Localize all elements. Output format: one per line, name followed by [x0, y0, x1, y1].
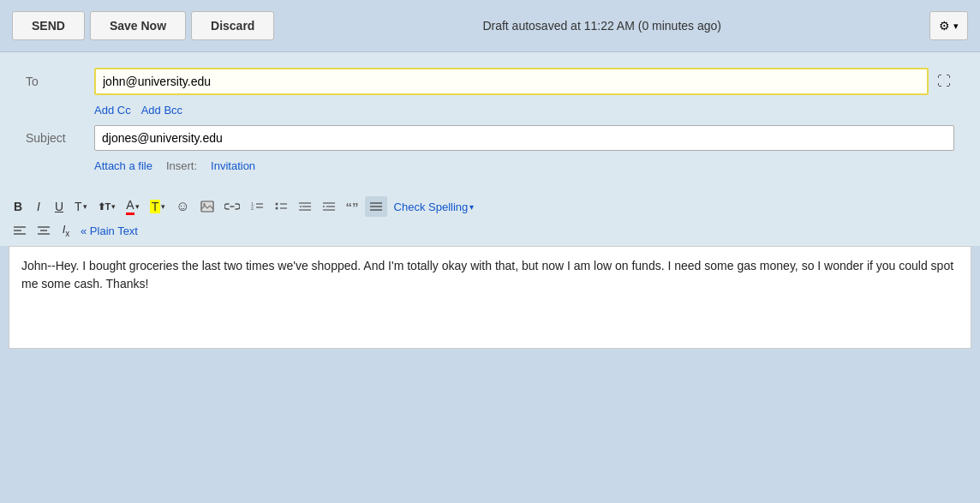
text-color-a: A — [126, 198, 134, 215]
svg-text:2.: 2. — [251, 206, 254, 211]
attach-file-link[interactable]: Attach a file — [94, 159, 152, 172]
check-spelling-button[interactable]: Check Spelling ▾ — [394, 201, 475, 213]
to-input[interactable] — [94, 68, 929, 95]
check-spelling-dropdown: ▾ — [469, 202, 474, 212]
svg-point-6 — [275, 203, 278, 206]
italic-button[interactable]: I — [29, 196, 48, 217]
bold-button[interactable]: B — [9, 196, 27, 217]
svg-point-1 — [203, 203, 206, 206]
font-button[interactable]: T ▾ — [70, 196, 92, 217]
text-color-dropdown: ▾ — [135, 202, 140, 211]
svg-point-7 — [275, 207, 278, 210]
font-size-label: ⬆T — [98, 201, 111, 213]
invitation-link[interactable]: Invitation — [211, 159, 255, 172]
save-now-button[interactable]: Save Now — [90, 11, 186, 40]
cc-bcc-row: Add Cc Add Bcc — [94, 104, 954, 117]
bullet-list-button[interactable] — [270, 196, 292, 217]
underline-button[interactable]: U — [50, 196, 69, 217]
subject-field-row: Subject — [26, 125, 954, 151]
align-button[interactable] — [365, 196, 387, 217]
link-button[interactable] — [220, 196, 244, 217]
message-text: John--Hey. I bought groceries the last t… — [21, 259, 953, 290]
to-label: To — [26, 75, 94, 88]
indent-more-button[interactable] — [318, 196, 340, 217]
add-bcc-link[interactable]: Add Bcc — [141, 104, 182, 117]
discard-button[interactable]: Discard — [191, 11, 274, 40]
subject-input[interactable] — [94, 125, 954, 151]
attach-insert-row: Attach a file Insert: Invitation — [94, 159, 954, 172]
expand-recipients-icon[interactable]: ⛶ — [934, 71, 954, 92]
image-button[interactable] — [196, 196, 218, 217]
settings-button[interactable]: ⚙ ▾ — [929, 11, 968, 40]
subject-label: Subject — [26, 131, 94, 145]
dropdown-arrow-icon: ▾ — [953, 21, 959, 32]
compose-area: To ⛶ Add Cc Add Bcc Subject Attach a fil… — [0, 52, 980, 191]
format-toolbar: B I U T ▾ ⬆T ▾ A ▾ T ▾ ☺ 1. 2. — [0, 191, 980, 220]
indent-less-button[interactable] — [294, 196, 316, 217]
blockquote-button[interactable]: “” — [342, 196, 363, 217]
emoji-button[interactable]: ☺ — [171, 196, 194, 217]
highlight-t: T — [150, 200, 161, 213]
text-color-button[interactable]: A ▾ — [122, 196, 143, 217]
highlight-dropdown: ▾ — [161, 202, 165, 211]
font-dropdown-icon: ▾ — [83, 202, 87, 211]
add-cc-link[interactable]: Add Cc — [94, 104, 131, 117]
format-toolbar-row2: Ix « Plain Text — [0, 220, 980, 246]
font-size-dropdown-icon: ▾ — [111, 202, 116, 211]
svg-rect-0 — [201, 201, 213, 212]
insert-label: Insert: — [166, 159, 197, 172]
align-left-button[interactable] — [9, 220, 31, 241]
align-center-button[interactable] — [33, 220, 55, 241]
compose-toolbar: SEND Save Now Discard Draft autosaved at… — [0, 0, 980, 52]
remove-format-button[interactable]: Ix — [57, 220, 75, 241]
to-field-row: To ⛶ — [26, 68, 954, 95]
gear-icon: ⚙ — [939, 19, 950, 33]
send-button[interactable]: SEND — [12, 11, 85, 40]
remove-format-label: Ix — [63, 223, 70, 238]
message-body[interactable]: John--Hey. I bought groceries the last t… — [9, 246, 971, 349]
numbered-list-button[interactable]: 1. 2. — [246, 196, 268, 217]
font-t-label: T — [75, 200, 82, 213]
font-size-button[interactable]: ⬆T ▾ — [93, 196, 121, 217]
plain-text-link[interactable]: « Plain Text — [81, 225, 138, 237]
draft-status: Draft autosaved at 11:22 AM (0 minutes a… — [279, 19, 924, 33]
check-spelling-label: Check Spelling — [394, 201, 469, 213]
highlight-button[interactable]: T ▾ — [146, 196, 170, 217]
